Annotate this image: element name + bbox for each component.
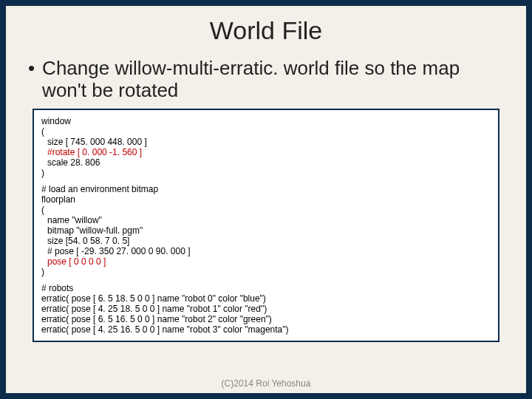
code-line: (	[41, 205, 491, 215]
bullet-row: • Change willow-multi-erratic. world fil…	[6, 50, 526, 106]
code-line: # robots	[41, 283, 491, 293]
code-line: )	[41, 267, 491, 277]
slide-frame: World File • Change willow-multi-erratic…	[0, 0, 532, 399]
code-line: size [54. 0 58. 7 0. 5]	[41, 236, 491, 246]
bullet-text: Change willow-multi-erratic. world file …	[42, 57, 504, 101]
code-line: # load an environment bitmap	[41, 184, 491, 194]
code-line: window	[41, 116, 491, 126]
code-box: window ( size [ 745. 000 448. 000 ] #rot…	[33, 109, 499, 342]
bullet-dot: •	[28, 57, 35, 79]
code-line: # pose [ -29. 350 27. 000 0 90. 000 ]	[41, 246, 491, 256]
code-line-pose: pose [ 0 0 0 0 ]	[41, 256, 491, 267]
code-line: (	[41, 126, 491, 137]
code-line: floorplan	[41, 194, 491, 205]
code-line: erratic( pose [ 6. 5 16. 5 0 0 ] name "r…	[41, 314, 491, 324]
code-line: )	[41, 168, 491, 178]
slide-title: World File	[6, 6, 526, 50]
code-line: scale 28. 806	[41, 157, 491, 168]
code-line: erratic( pose [ 6. 5 18. 5 0 0 ] name "r…	[41, 293, 491, 304]
footer-copyright: (C)2014 Roi Yehoshua	[6, 378, 526, 389]
code-line-commented: #rotate [ 0. 000 -1. 560 ]	[41, 147, 491, 157]
code-line: erratic( pose [ 4. 25 16. 5 0 0 ] name "…	[41, 324, 491, 335]
code-line: bitmap "willow-full. pgm"	[41, 225, 491, 236]
code-line: name "willow"	[41, 215, 491, 225]
slide-inner: World File • Change willow-multi-erratic…	[6, 6, 526, 393]
code-line: erratic( pose [ 4. 25 18. 5 0 0 ] name "…	[41, 304, 491, 314]
code-line: size [ 745. 000 448. 000 ]	[41, 137, 491, 147]
